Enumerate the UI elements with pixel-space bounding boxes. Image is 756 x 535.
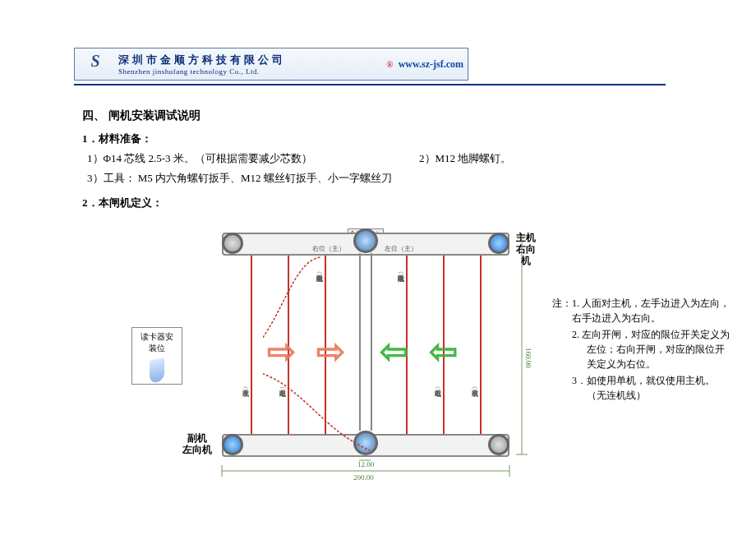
logo: S [79, 52, 112, 76]
arrow-left-2: ⇦ [429, 331, 458, 371]
registered-mark: ® [386, 59, 393, 69]
arrow-left-1: ⇦ [380, 331, 408, 371]
note-2: 2. 左向开闸，对应的限位开关定义为左位；右向开闸，对应的限位开关定义为右位。 [552, 327, 733, 371]
definition-notes: 注：1. 人面对主机，左手边进入为左向，右手边进入为右向。 2. 左向开闸，对应… [552, 296, 733, 404]
card-reader-icon [150, 357, 164, 384]
gate-diagram: 伞位（主） 右位（主） 左位（主） 左零线（成） 左电眼（成） 防夹电眼（成） … [189, 220, 538, 483]
arrow-right-1: ⇨ [267, 331, 296, 371]
materials-title: 1．材料准备： [82, 131, 152, 146]
dim-gap: 12.00 [357, 460, 374, 468]
company-name-en: Shenzhen jinshufang technology Co., Ltd. [118, 67, 286, 76]
note-3: 3．如使用单机，就仅使用主机。（无连机线） [552, 373, 733, 403]
main-machine-label: 主机 右向机 [514, 232, 538, 266]
section-heading: 四、 闸机安装调试说明 [82, 108, 201, 123]
vline-6 [480, 256, 482, 434]
note-1: 注：1. 人面对主机，左手边进入为左向，右手边进入为右向。 [552, 296, 733, 325]
aux-machine-label: 副机 左向机 [182, 432, 212, 455]
website: www.sz-jsf.com [399, 58, 463, 71]
header-rule [74, 84, 666, 85]
center-ball-top [353, 228, 378, 253]
card-reader-callout: 读卡器安 装位 [131, 327, 182, 385]
arrow-right-2: ⇨ [316, 331, 345, 371]
dim-width: 200.00 [353, 473, 374, 482]
cap-bot-right [488, 434, 509, 455]
material-line-2: 2）M12 地脚螺钉。 [419, 151, 511, 166]
vline-center-2 [371, 253, 372, 431]
card-reader-label: 读卡器安 装位 [134, 331, 180, 354]
center-ball-bot [353, 431, 378, 455]
left-pos-label: 左位（主） [385, 244, 417, 253]
dim-height: 160.00 [524, 348, 532, 368]
note-prefix: 注： [552, 297, 572, 309]
cap-top-left [222, 233, 243, 254]
material-line-3: 3）工具： M5 内六角螺钉扳手、M12 螺丝钉扳手、小一字螺丝刀 [87, 171, 392, 186]
vline-center-1 [359, 253, 361, 431]
company-name-block: 深圳市金顺方科技有限公司 Shenzhen jinshufang technol… [118, 53, 286, 76]
definition-title: 2．本闸机定义： [82, 196, 163, 210]
company-name-cn: 深圳市金顺方科技有限公司 [118, 53, 286, 67]
letterhead: S 深圳市金顺方科技有限公司 Shenzhen jinshufang techn… [74, 48, 468, 81]
material-line-1: 1）Φ14 芯线 2.5-3 米。（可根据需要减少芯数） [87, 151, 312, 166]
cap-bot-left [222, 434, 243, 455]
vline-1 [251, 256, 252, 434]
cap-top-right [488, 233, 509, 254]
right-pos-label: 右位（主） [312, 244, 345, 253]
